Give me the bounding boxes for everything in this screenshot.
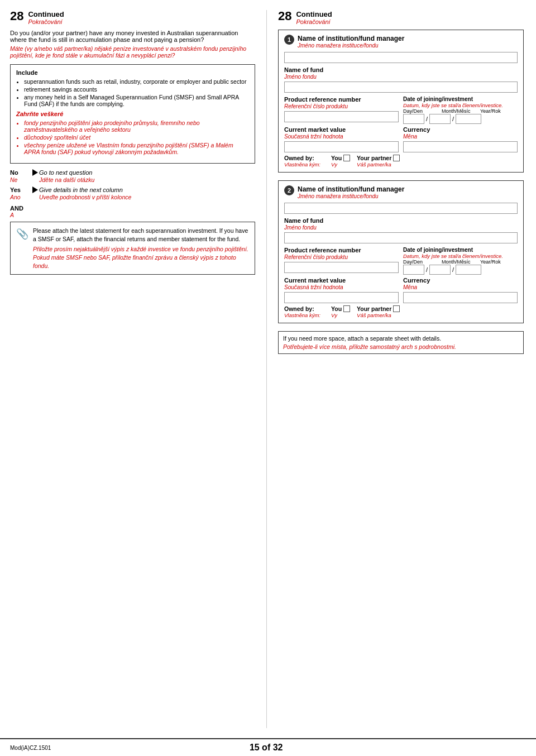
yes-label-cs: Ano [10,194,30,200]
institution2-box: 2 Name of institution/fund manager Jméno… [278,180,524,323]
inst1-two-col: Product reference number Referenční čísl… [284,96,518,124]
left-section-header: 28 Continued Pokračování [10,10,255,25]
inst2-name-label-cs: Jméno manažera instituce/fondu [298,193,404,199]
inst2-you-block: You Vy [331,305,350,318]
inst1-currency-label-cs: Měna [403,133,518,140]
inst1-value-col-row: Current market value Současná tržní hodn… [284,126,518,152]
include-item-3: any money held in a Self Managed Superan… [24,94,249,107]
inst2-partner-row: Your partner [357,305,400,312]
yes-label-en: Yes [10,186,30,193]
inst2-product-label-cs: Referenční číslo produktu [284,254,399,260]
inst1-title-block: Name of institution/fund manager Jméno m… [298,35,404,49]
exclude-title: Zahrňte veškeré [16,111,249,117]
more-space-box: If you need more space, attach a separat… [278,331,524,354]
inst2-fund-label-en: Name of fund [284,217,518,224]
inst1-you-row: You [331,155,350,161]
right-section-header: 28 Continued Pokračování [278,10,524,25]
inst2-header: 2 Name of institution/fund manager Jméno… [284,185,518,199]
inst2-owned-cs: Vlastněna kým: [284,312,329,318]
inst1-you-label-cs: Vy [331,161,337,168]
inst1-owned-label-block: Owned by: Vlastněna kým: [284,155,329,168]
include-box: Include superannuation funds such as ret… [10,64,255,164]
question-en: Do you (and/or your partner) have any mo… [10,30,255,43]
inst1-market-input[interactable] [284,141,399,152]
inst2-market-label-cs: Současná tržní hodnota [284,284,399,290]
inst2-owned-en: Owned by: [284,305,329,312]
inst2-fund-input[interactable] [284,232,518,243]
inst1-header: 1 Name of institution/fund manager Jméno… [284,35,518,49]
inst2-currency-input[interactable] [403,292,518,303]
inst2-market-label-en: Current market value [284,277,399,284]
inst1-partner-checkbox[interactable] [393,155,400,161]
question-cs: Máte (vy a/nebo váš partner/ka) nějaké p… [10,45,255,59]
more-space-cs: Potřebujete-li více místa, přiložte samo… [283,343,519,350]
inst1-manager-input[interactable] [284,52,518,63]
inst1-day-input[interactable] [403,114,424,124]
right-column: 28 Continued Pokračování 1 Name of insti… [267,10,524,728]
yes-option-block: Yes Give details in the next column Ano … [10,186,255,200]
inst1-date-headers: Day/Den Month/Měsíc Year/Rok [403,108,518,114]
left-continued-en: Continued [28,10,64,18]
inst2-two-col: Product reference number Referenční čísl… [284,247,518,275]
and-label-cs: A [10,212,255,218]
inst2-product-input[interactable] [284,262,399,273]
inst2-month-input[interactable] [429,265,451,275]
right-section-title-block: Continued Pokračování [296,10,332,25]
inst2-slash2: / [452,266,454,273]
inst2-currency-col: Currency Měna [403,277,518,303]
inst2-year-label: Year/Rok [480,259,518,265]
note-content: Please attach the latest statement for e… [33,227,249,270]
inst2-market-input[interactable] [284,292,399,303]
inst1-product-label-en: Product reference number [284,96,399,103]
inst2-year-input[interactable] [456,265,481,275]
inst2-manager-input[interactable] [284,203,518,214]
note-en: Please attach the latest statement for e… [33,227,249,243]
yes-desc-cs: Uveďte podrobnosti v příští kolonce [39,194,255,200]
inst2-partner-block: Your partner Váš partner/ka [357,305,400,318]
inst1-product-input[interactable] [284,111,399,122]
no-label-cs: Ne [10,176,30,183]
note-box: 📎 Please attach the latest statement for… [10,222,255,275]
inst2-day-label: Day/Den [403,259,441,265]
exclude-item-2: důchodový spořitelní účet [24,134,249,141]
inst1-fund-input[interactable] [284,82,518,93]
inst2-you-label-en: You [331,305,342,312]
include-list: superannuation funds such as retail, ind… [24,78,249,107]
inst1-slash2: / [452,116,454,122]
footer-left: Mod(iA)CZ.1501 [10,745,51,751]
inst1-day-label: Day/Den [403,108,441,114]
inst2-you-checkbox[interactable] [343,305,350,312]
left-section-title-block: Continued Pokračování [28,10,64,25]
inst1-year-input[interactable] [456,114,481,124]
inst1-market-label-cs: Současná tržní hodnota [284,133,399,140]
inst1-month-input[interactable] [429,114,451,124]
yes-desc-en: Give details in the next column [39,186,255,193]
inst2-product-label-en: Product reference number [284,247,399,253]
inst1-owned-en: Owned by: [284,155,329,161]
left-section-number: 28 [10,10,23,22]
inst2-market-col: Current market value Současná tržní hodn… [284,277,399,303]
inst2-badge: 2 [284,185,294,195]
note-cs: Přiložte prosím nejaktuálnější výpis z k… [33,245,249,270]
inst2-day-input[interactable] [403,265,424,275]
inst1-owned-cs: Vlastněna kým: [284,161,329,168]
exclude-item-3: všechny peníze uložené ve Vlastním fondu… [24,142,249,155]
inst1-partner-row: Your partner [357,155,400,161]
and-block: AND A [10,205,255,218]
inst2-fund-label-cs: Jméno fondu [284,224,518,231]
inst2-partner-checkbox[interactable] [393,305,400,312]
include-title: Include [16,69,249,76]
main-content: 28 Continued Pokračování Do you (and/or … [0,0,536,756]
left-continued-cs: Pokračování [28,18,64,25]
inst1-currency-col: Currency Měna [403,126,518,152]
inst1-fund-label-cs: Jméno fondu [284,74,518,80]
include-item-1: superannuation funds such as retail, ind… [24,78,249,85]
inst1-currency-input[interactable] [403,141,518,152]
institution1-box: 1 Name of institution/fund manager Jméno… [278,30,524,173]
exclude-item-1: fondy penzijního pojištění jako prodejní… [24,119,249,133]
inst2-date-label-cs: Datum, kdy jste se stal/a členem/investi… [403,253,518,259]
inst1-product-col: Product reference number Referenční čísl… [284,96,399,124]
inst1-market-label-en: Current market value [284,126,399,133]
footer-center: 15 of 32 [250,743,283,753]
inst1-you-checkbox[interactable] [343,155,350,161]
